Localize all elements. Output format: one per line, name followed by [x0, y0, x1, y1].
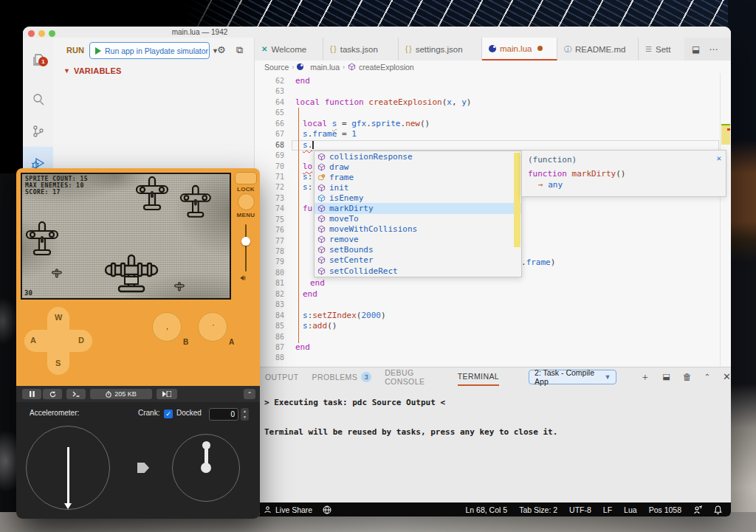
suggest-item[interactable]: setCenter	[315, 255, 521, 266]
split-editor-icon[interactable]: ⬓	[692, 44, 700, 55]
open-window-icon[interactable]: ⧉	[236, 44, 243, 56]
code-line[interactable]: 65	[255, 108, 731, 118]
memory-usage-indicator[interactable]: 205 KB	[90, 389, 152, 399]
code-line[interactable]: 83	[255, 300, 731, 310]
tab-welcome[interactable]: ✕ Welcome	[255, 38, 323, 61]
tab-debug-console[interactable]: DEBUG CONSOLE	[385, 367, 444, 386]
suggest-widget: collisionResponsedrawframeinitisEnemymar…	[314, 151, 522, 277]
docked-checkbox[interactable]: ✓	[164, 410, 173, 418]
crank-handle-tip[interactable]	[202, 441, 210, 449]
scrollbar-gutter[interactable]	[720, 73, 721, 367]
breadcrumb-file[interactable]: main.lua	[310, 63, 340, 72]
code-line[interactable]: 86	[255, 332, 731, 342]
tab-readme-md[interactable]: ⓘ README.md	[557, 38, 639, 61]
bell-icon[interactable]	[714, 505, 722, 514]
gear-icon[interactable]: ⚙	[217, 44, 226, 56]
suggest-item[interactable]: frame	[315, 172, 521, 182]
kill-terminal-icon[interactable]: 🗑	[683, 372, 692, 382]
live-share-button[interactable]: Live Share	[264, 505, 312, 514]
status-item[interactable]: Ln 68, Col 5	[466, 505, 508, 514]
more-actions-icon[interactable]: ⋯	[709, 44, 718, 55]
feedback-icon[interactable]	[693, 505, 702, 514]
lock-button[interactable]	[235, 172, 257, 184]
globe-icon[interactable]	[323, 505, 331, 514]
editor-actions: ⬓ ⋯	[684, 38, 725, 61]
code-line[interactable]: 85s:add()	[255, 321, 731, 331]
new-terminal-icon[interactable]: ＋	[640, 370, 650, 384]
code-line[interactable]: 84s:setZIndex(2000)	[255, 311, 731, 321]
tab-output[interactable]: OUTPUT	[265, 367, 299, 386]
suggest-item[interactable]: draw	[315, 162, 521, 172]
code-line[interactable]: 88	[255, 353, 731, 363]
source-control-icon[interactable]	[23, 115, 53, 148]
dpad-down-key[interactable]: S	[55, 359, 61, 367]
restart-button[interactable]	[43, 389, 62, 399]
search-icon[interactable]	[23, 83, 53, 116]
status-item[interactable]: UTF-8	[569, 505, 591, 514]
crank-slider-knob[interactable]	[241, 237, 250, 246]
suggest-item[interactable]: setCollideRect	[315, 266, 521, 276]
code-editor[interactable]: 62end6364local function createExplosion(…	[255, 73, 731, 367]
suggest-item[interactable]: init	[315, 182, 521, 193]
code-line[interactable]: 68s.	[255, 140, 731, 151]
status-item[interactable]: Tab Size: 2	[519, 505, 557, 514]
suggest-scrollbar[interactable]	[514, 153, 520, 247]
tab-tasks-json[interactable]: { } tasks.json	[323, 38, 399, 61]
split-terminal-icon[interactable]: ⬓	[662, 372, 670, 381]
code-line[interactable]: 82end	[255, 289, 731, 300]
code-line[interactable]: 67s.frame = 1	[255, 129, 731, 139]
dpad-up-key[interactable]: W	[55, 313, 62, 322]
b-button[interactable]: ,	[152, 312, 182, 342]
dpad-right-key[interactable]: D	[78, 336, 84, 345]
chevron-down-icon: ▼	[604, 373, 611, 381]
tab-terminal[interactable]: TERMINAL	[458, 367, 499, 386]
launch-config-dropdown[interactable]: Run app in Playdate simulator ▼	[89, 42, 210, 59]
titlebar[interactable]: main.lua — 1942	[23, 27, 731, 38]
breadcrumb-symbol[interactable]: createExplosion	[359, 63, 414, 72]
tab-problems[interactable]: PROBLEMS3	[312, 367, 372, 386]
start-debug-icon[interactable]	[95, 47, 101, 55]
suggest-item[interactable]: markDirty	[315, 203, 521, 213]
console-button[interactable]	[66, 389, 86, 399]
pause-button[interactable]	[22, 389, 41, 399]
menu-button[interactable]	[238, 193, 255, 210]
crank-slider-track[interactable]	[245, 224, 247, 272]
suggest-item[interactable]: isEnemy	[315, 193, 521, 203]
maximize-panel-icon[interactable]: ⌃	[704, 373, 710, 381]
crank-angle-stepper[interactable]: ▲▼	[241, 408, 249, 421]
code-line[interactable]: 66local s = gfx.sprite.new()	[255, 119, 731, 129]
close-icon[interactable]: ✕	[716, 153, 721, 164]
suggest-item[interactable]: moveTo	[315, 214, 521, 224]
stopwatch-icon	[106, 391, 111, 398]
terminal-output[interactable]: > Executing task: pdc Source Output < Te…	[264, 393, 724, 502]
tab-settings-json[interactable]: { } settings.json	[399, 38, 482, 61]
status-item[interactable]: LF	[603, 505, 612, 514]
code-line[interactable]: 81end	[255, 278, 731, 289]
status-item[interactable]: Pos 1058	[649, 505, 681, 514]
suggest-item[interactable]: collisionResponse	[315, 151, 521, 162]
dpad-left-key[interactable]: A	[30, 336, 36, 345]
enemy-plane	[25, 221, 59, 258]
tab-label: tasks.json	[340, 45, 378, 54]
tab-main-lua[interactable]: main.lua	[482, 38, 557, 61]
suggest-item[interactable]: setBounds	[315, 245, 521, 255]
suggest-item[interactable]: moveWithCollisions	[315, 224, 521, 235]
tab-settings-ui[interactable]: ☰ Sett	[639, 38, 684, 61]
close-panel-icon[interactable]: ✕	[723, 371, 731, 382]
hover-kind: (function)	[528, 154, 720, 165]
suggest-item[interactable]: remove	[315, 235, 521, 245]
code-line[interactable]: 62end	[255, 76, 731, 86]
crank-angle-input[interactable]	[209, 408, 238, 421]
record-button[interactable]	[157, 389, 177, 399]
code-line[interactable]: 87end	[255, 342, 731, 353]
a-button[interactable]: ·	[198, 312, 227, 342]
status-item[interactable]: Lua	[624, 505, 637, 514]
collapse-panel-button[interactable]: ⌃	[244, 389, 255, 399]
crank-speed-thumb[interactable]	[137, 463, 149, 473]
breadcrumb-folder[interactable]: Source	[264, 63, 289, 72]
crank-handle-hub[interactable]	[201, 463, 211, 473]
variables-section-header[interactable]: ▼ VARIABLES	[53, 66, 254, 79]
code-line[interactable]: 63	[255, 86, 731, 97]
code-line[interactable]: 64local function createExplosion(x, y)	[255, 97, 731, 108]
terminal-picker-dropdown[interactable]: 2: Task - Compile App ▼	[529, 370, 616, 384]
